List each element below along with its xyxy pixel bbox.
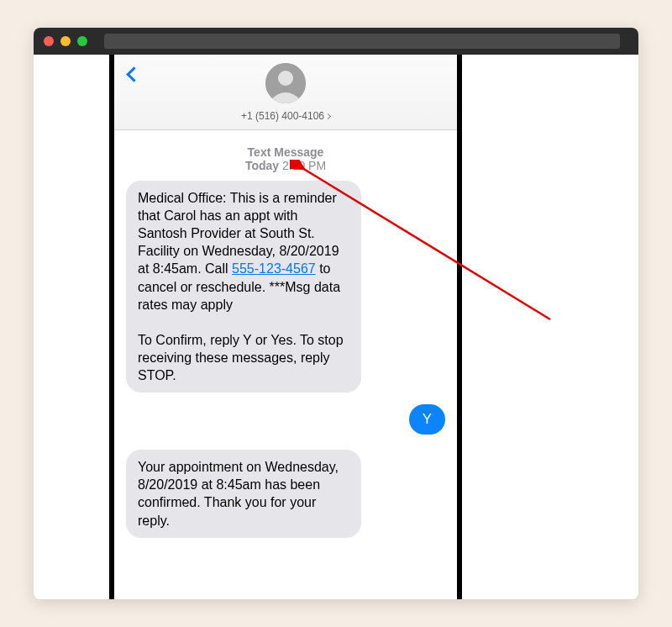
text-message-label: Text Message [114,145,457,159]
window-titlebar [34,28,638,55]
phone-link[interactable]: 555-123-4567 [232,261,316,276]
phone-number-text: +1 (516) 400-4106 [241,110,324,122]
contact-phone-number[interactable]: +1 (516) 400-4106 [241,110,330,122]
day-label: Today [245,159,279,172]
contact-avatar[interactable] [265,63,306,103]
traffic-lights [44,36,87,46]
message-text: Y [423,411,432,427]
incoming-message: Medical Office: This is a reminder that … [126,181,361,393]
minimize-window-button[interactable] [60,36,71,46]
chevron-right-icon [325,113,331,119]
message-text: Your appointment on Wednesday, 8/20/2019… [138,460,339,527]
content-area: +1 (516) 400-4106 Text Message Today 2:3… [34,55,638,599]
svg-point-1 [278,71,293,86]
close-window-button[interactable] [44,36,54,46]
back-button[interactable] [121,61,146,87]
outgoing-message: Y [409,404,445,435]
conversation-timestamp: Text Message Today 2:30 PM [114,145,457,172]
browser-window: +1 (516) 400-4106 Text Message Today 2:3… [34,28,638,599]
incoming-message: Your appointment on Wednesday, 8/20/2019… [126,450,361,537]
message-text: To Confirm, reply Y or Yes. To stop rece… [138,333,344,382]
maximize-window-button[interactable] [77,36,87,46]
message-list: Medical Office: This is a reminder that … [114,181,457,538]
person-icon [265,63,306,103]
chevron-left-icon [126,66,141,82]
url-bar[interactable] [104,34,620,49]
messages-header: +1 (516) 400-4106 [114,55,457,130]
time-label: 2:30 PM [282,159,326,172]
outgoing-message-row: Y [126,404,445,435]
phone-frame: +1 (516) 400-4106 Text Message Today 2:3… [109,55,462,599]
